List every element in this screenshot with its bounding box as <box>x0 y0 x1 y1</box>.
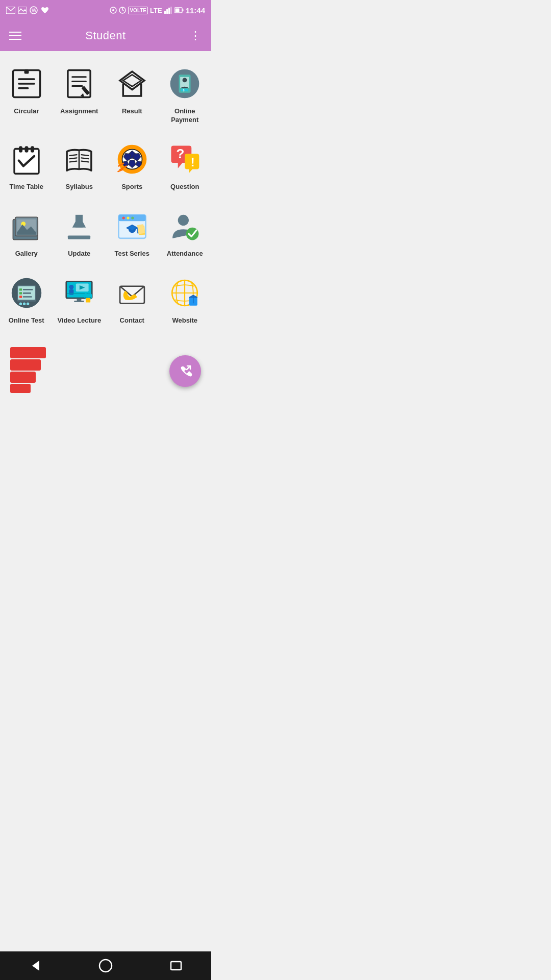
time-table-label: Time Table <box>9 183 43 191</box>
svg-rect-87 <box>19 292 22 294</box>
online-payment-icon: $ <box>166 65 203 102</box>
update-label: Update <box>68 250 90 258</box>
test-series-label: Test Series <box>115 250 149 258</box>
question-icon: ? ! <box>166 141 203 178</box>
question-item[interactable]: ? ! Question <box>159 132 212 199</box>
svg-rect-97 <box>69 289 74 295</box>
menu-button[interactable] <box>9 32 21 40</box>
svg-rect-10 <box>164 11 166 14</box>
sports-label: Sports <box>121 183 142 191</box>
svg-point-91 <box>19 302 22 305</box>
svg-point-72 <box>127 216 129 219</box>
svg-rect-15 <box>182 9 183 11</box>
svg-rect-39 <box>24 146 28 152</box>
gallery-icon <box>8 208 45 244</box>
bottom-row <box>0 342 211 410</box>
svg-text:!: ! <box>191 155 195 169</box>
contact-item[interactable]: Contact <box>106 265 159 332</box>
attendance-icon <box>166 208 203 244</box>
menu-grid: Circular Assignment <box>0 51 211 342</box>
svg-line-46 <box>82 158 89 159</box>
syllabus-label: Syllabus <box>66 183 93 191</box>
call-fab[interactable] <box>169 355 201 387</box>
svg-point-71 <box>122 216 124 219</box>
result-item[interactable]: Result <box>106 56 159 132</box>
online-test-item[interactable]: Online Test <box>0 265 53 332</box>
assignment-icon <box>61 65 97 102</box>
svg-line-45 <box>82 155 89 156</box>
contact-icon <box>114 275 151 311</box>
website-item[interactable]: Website <box>159 265 212 332</box>
result-icon <box>114 65 151 102</box>
svg-rect-67 <box>76 215 83 228</box>
circular-item[interactable]: Circular <box>0 56 53 132</box>
syllabus-icon <box>61 141 97 178</box>
test-series-icon <box>114 208 151 244</box>
svg-point-73 <box>131 216 134 219</box>
svg-rect-88 <box>23 292 31 294</box>
status-right-icons: VOLTE LTE 11:44 <box>110 6 205 15</box>
update-item[interactable]: Update <box>53 199 106 265</box>
status-bar: W VOLTE LTE 11:44 <box>0 0 211 20</box>
scala-logo <box>10 347 46 395</box>
svg-rect-16 <box>175 9 179 12</box>
assignment-item[interactable]: Assignment <box>53 56 106 132</box>
page-title: Student <box>85 29 126 42</box>
svg-rect-40 <box>31 146 34 152</box>
website-icon <box>166 275 203 311</box>
svg-rect-90 <box>23 296 32 298</box>
svg-point-81 <box>186 227 199 240</box>
svg-text:?: ? <box>176 146 184 161</box>
question-label: Question <box>170 183 199 191</box>
svg-line-42 <box>70 155 77 156</box>
online-payment-label: Online Payment <box>163 107 208 125</box>
svg-line-44 <box>70 161 77 162</box>
time-table-item[interactable]: Time Table <box>0 132 53 199</box>
online-test-icon <box>8 275 45 311</box>
svg-line-47 <box>82 161 89 162</box>
sports-item[interactable]: Sports <box>106 132 159 199</box>
time: 11:44 <box>186 6 205 15</box>
svg-point-92 <box>23 302 26 305</box>
attendance-label: Attendance <box>167 250 203 258</box>
video-lecture-label: Video Lecture <box>57 316 101 325</box>
svg-rect-85 <box>19 288 22 290</box>
svg-rect-38 <box>19 146 22 152</box>
svg-rect-117 <box>10 384 31 393</box>
contact-label: Contact <box>120 316 144 325</box>
update-icon <box>61 208 97 244</box>
website-label: Website <box>172 316 197 325</box>
svg-rect-115 <box>10 359 41 371</box>
svg-rect-12 <box>168 8 170 14</box>
online-test-label: Online Test <box>9 316 44 325</box>
circular-icon <box>8 65 45 102</box>
test-series-item[interactable]: Test Series <box>106 199 159 265</box>
svg-point-96 <box>69 285 74 289</box>
svg-rect-22 <box>24 69 29 74</box>
syllabus-item[interactable]: Syllabus <box>53 132 106 199</box>
more-options-button[interactable]: ⋮ <box>190 29 202 42</box>
gallery-item[interactable]: Gallery <box>0 199 53 265</box>
online-payment-item[interactable]: $ Online Payment <box>159 56 212 132</box>
lte-label: LTE <box>150 7 162 14</box>
video-lecture-item[interactable]: Video Lecture <box>53 265 106 332</box>
svg-rect-68 <box>68 235 90 239</box>
attendance-item[interactable]: Attendance <box>159 199 212 265</box>
sports-icon <box>114 141 151 178</box>
assignment-label: Assignment <box>60 107 98 116</box>
svg-text:$: $ <box>183 89 185 92</box>
svg-rect-65 <box>17 231 36 234</box>
svg-rect-13 <box>170 7 172 14</box>
gallery-label: Gallery <box>15 250 38 258</box>
svg-point-6 <box>112 9 114 11</box>
svg-line-43 <box>70 158 77 159</box>
svg-rect-116 <box>10 372 36 383</box>
svg-rect-104 <box>86 298 91 302</box>
circular-label: Circular <box>14 107 39 116</box>
svg-marker-28 <box>81 93 84 97</box>
svg-rect-106 <box>74 301 84 302</box>
time-table-icon <box>8 141 45 178</box>
status-icons: W <box>6 6 49 14</box>
app-header: Student ⋮ <box>0 20 211 51</box>
svg-rect-11 <box>166 9 168 14</box>
